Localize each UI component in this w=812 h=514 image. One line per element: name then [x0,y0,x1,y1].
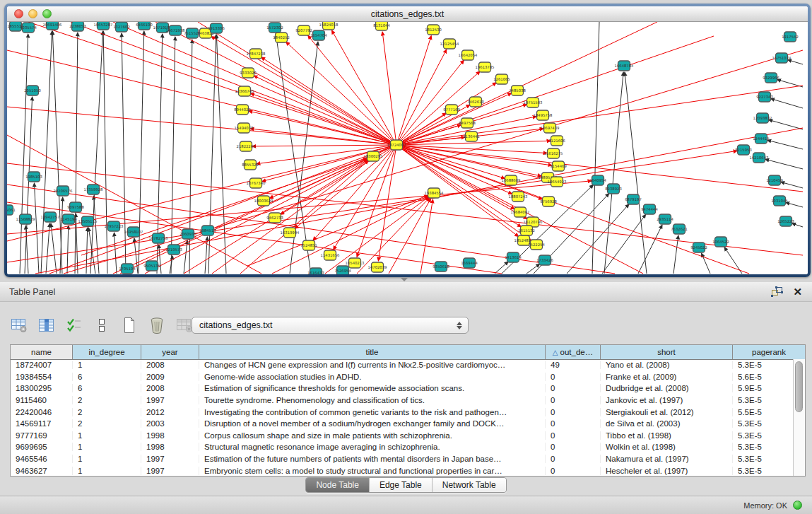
float-window-icon[interactable] [771,286,783,297]
column-header-year[interactable]: year [141,345,199,359]
delete-columns-icon[interactable] [148,316,166,334]
close-panel-icon[interactable]: ✕ [793,286,802,297]
table-cell-pagerank: 5.9E-5 [733,384,793,392]
minimize-window-button[interactable] [28,9,37,18]
table-row[interactable]: 969969511998Structural magnetic resonanc… [11,441,793,453]
graph-node-label: 9350618 [433,264,449,269]
table-cell-title: Disruption of a novel member of a sodium… [199,419,546,428]
show-columns-icon[interactable] [37,316,56,334]
graph-node-label: 7485038 [509,88,526,93]
graph-node-label: 18495758 [534,113,553,117]
panel-divider-handle[interactable] [401,278,408,281]
graph-node-label: 19613785 [476,65,495,69]
table-cell-title: Estimation of significance thresholds fo… [199,384,546,392]
table-cell-year: 1997 [141,455,199,463]
graph-node-label: 9474444 [641,207,658,211]
table-cell-year: 1997 [141,396,199,404]
column-header-title[interactable]: title [199,345,546,359]
create-column-icon[interactable] [120,316,139,334]
graph-edge [122,33,126,274]
select-columns-icon[interactable] [65,316,83,334]
graph-node-label: 15824018 [319,23,339,27]
table-row[interactable]: 1872400712008Changes of HCN gene express… [11,359,793,371]
scrollbar-thumb[interactable] [795,361,803,412]
column-header-pagerank[interactable]: pagerank [733,345,805,359]
table-cell-out_degree: 49 [546,361,601,369]
graph-node-label: 6466100 [136,23,153,27]
graph-node-label: 2051050 [24,88,41,93]
tab-edge-table[interactable]: Edge Table [370,478,433,492]
graph-node-label: 2136441 [463,134,480,139]
graph-edge [198,22,396,145]
table-cell-title: Structural magnetic resonance image aver… [199,443,546,451]
graph-node-label: 8938923 [605,187,622,191]
graph-edge [249,111,396,145]
window-titlebar[interactable]: citations_edges.txt [7,6,808,22]
graph-node-label: 2935114 [657,217,673,221]
graph-node-label: 16319994 [281,230,300,235]
close-window-button[interactable] [14,9,23,18]
graph-node-label: 13942757 [41,215,60,219]
table-cell-in_degree: 2 [73,396,141,404]
graph-node-label: 1913306 [208,26,225,30]
table-cell-out_degree: 0 [546,467,601,475]
table-cell-year: 1998 [141,431,199,440]
table-cell-name: 9115460 [11,396,73,404]
graph-edge [250,93,396,145]
table-row[interactable]: 2242004622012Investigating the contribut… [11,406,793,418]
graph-node-label: 10697439 [541,126,560,130]
graph-node-label: 8497568 [459,121,476,125]
zoom-window-button[interactable] [42,9,52,18]
graph-node-label: 8215953 [735,148,752,152]
table-cell-out_degree: 0 [546,396,601,404]
column-header-out_degree[interactable]: △out_de… [546,345,601,359]
graph-node-label: 18300295 [364,154,383,158]
column-header-in_degree[interactable]: in_degree [73,345,141,359]
graph-edge [252,145,396,146]
table-cell-short: Jankovic et al. (1997) [601,396,733,404]
table-cell-name: 22420046 [11,408,73,416]
table-selector-value: citations_edges.txt [199,320,457,330]
graph-node-label: 1572302 [266,25,283,30]
graph-edge [781,182,803,188]
vertical-scrollbar[interactable] [793,359,805,476]
graph-node-label: 7462610 [467,100,484,104]
table-cell-in_degree: 1 [73,431,141,440]
column-header-short[interactable]: short [601,345,733,359]
graph-node-label: 7632621 [671,227,688,231]
table-panel-header: Table Panel ✕ [0,282,812,302]
graph-edge [396,60,464,145]
table-row[interactable]: 946554611997Estimation of the future num… [11,453,793,465]
network-canvas[interactable]: 1872400718300295193845549777169746261084… [7,22,808,274]
graph-node-label: 9505135 [143,264,160,268]
tab-node-table[interactable]: Node Table [306,478,370,492]
table-cell-name: 18300295 [11,384,73,392]
graph-edge [396,93,512,145]
table-row[interactable]: 977716911998Corpus callosum shape and si… [11,430,793,442]
table-cell-pagerank: 5.3E-5 [733,431,793,440]
row-height-icon[interactable] [93,316,111,334]
graph-edge [159,245,161,274]
table-row[interactable]: 1830029562008Estimation of significance … [11,382,793,395]
table-cell-pagerank: 5.3E-5 [733,396,793,404]
table-row[interactable]: 911546021997Tourette syndrome. Phenomeno… [11,395,793,407]
table-row[interactable]: 1456911722003Disruption of a novel membe… [11,418,793,430]
graph-edge [396,125,461,145]
graph-node-label: 2238053 [69,24,86,28]
table-row[interactable]: 946362711997Embryonic stem cells: a mode… [11,465,793,476]
table-mode-icon[interactable] [10,316,28,334]
graph-node-label: 16958107 [124,230,143,234]
tab-network-table[interactable]: Network Table [433,478,506,492]
graph-node-label: 14671938 [166,28,186,33]
table-cell-year: 2008 [141,361,199,369]
graph-edge [51,223,57,274]
graph-node-label: 19751503 [524,100,543,105]
table-row[interactable]: 1938455462009Genome-wide association stu… [11,371,793,383]
column-header-name[interactable]: name [11,345,73,359]
graph-edge [113,22,396,145]
graph-edge [792,223,803,227]
graph-node-label: 9777169 [443,107,460,112]
table-selector-dropdown[interactable]: citations_edges.txt [192,317,469,334]
table-cell-out_degree: 0 [546,455,601,463]
graph-edge [71,22,396,145]
